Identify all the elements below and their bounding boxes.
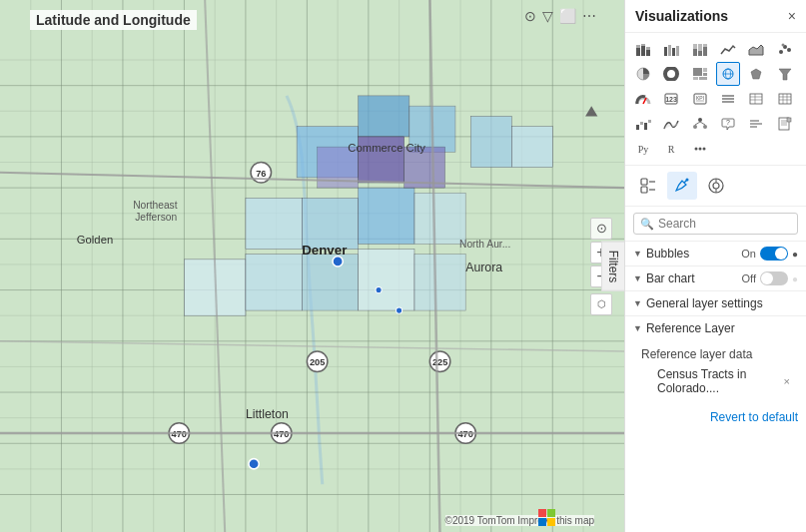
- panel-close-button[interactable]: ×: [788, 8, 796, 24]
- svg-point-134: [698, 118, 702, 122]
- panel-header: Visualizations ×: [625, 0, 806, 33]
- more-options-icon[interactable]: ⋯: [582, 8, 596, 24]
- svg-text:Aurora: Aurora: [465, 261, 502, 274]
- general-layer-chevron: ▼: [633, 298, 642, 308]
- reference-layer-data-label: Reference layer data: [641, 347, 752, 361]
- svg-rect-107: [693, 77, 698, 80]
- revert-section: Revert to default: [625, 404, 806, 430]
- viz-area-chart[interactable]: [744, 37, 768, 61]
- filters-tab[interactable]: Filters: [601, 241, 624, 291]
- compass-icon[interactable]: ⬡: [590, 293, 612, 315]
- svg-rect-147: [787, 118, 791, 122]
- svg-line-137: [695, 122, 700, 125]
- svg-rect-49: [302, 255, 358, 310]
- viz-smart-narrative[interactable]: [744, 112, 768, 136]
- svg-text:Py: Py: [638, 144, 649, 155]
- svg-text:North Aur...: North Aur...: [459, 239, 510, 250]
- viz-ribbon[interactable]: [659, 112, 683, 136]
- viz-slicer[interactable]: [716, 87, 740, 111]
- svg-rect-153: [641, 179, 647, 185]
- viz-map[interactable]: [716, 62, 740, 86]
- bar-chart-section-header[interactable]: ▼ Bar chart Off ●: [625, 266, 806, 290]
- viz-line-chart[interactable]: [716, 37, 740, 61]
- bar-chart-toggle-dot: ●: [792, 273, 798, 284]
- viz-funnel[interactable]: [773, 62, 797, 86]
- svg-rect-130: [636, 125, 639, 130]
- panel-sections: ▼ Bubbles On ● ▼ Bar chart Off ●: [625, 241, 806, 532]
- format-button[interactable]: [667, 172, 697, 200]
- search-box[interactable]: 🔍: [633, 213, 798, 235]
- viz-r[interactable]: R: [659, 137, 683, 161]
- reference-layer-chevron: ▼: [633, 323, 642, 333]
- viz-table[interactable]: [744, 87, 768, 111]
- reference-layer-item: Census Tracts in Colorado.... ×: [641, 364, 798, 398]
- analytics-button[interactable]: [701, 172, 731, 200]
- bubbles-toggle: On ●: [741, 247, 798, 261]
- svg-point-136: [703, 125, 707, 129]
- viz-gauge[interactable]: [631, 87, 655, 111]
- viz-waterfall[interactable]: [631, 112, 655, 136]
- viz-pie[interactable]: [631, 62, 655, 86]
- reference-layer-content: Reference layer data Census Tracts in Co…: [625, 340, 806, 404]
- svg-rect-154: [641, 187, 647, 193]
- viz-decomp[interactable]: [688, 112, 712, 136]
- viz-stacked-bar[interactable]: [631, 37, 655, 61]
- svg-rect-46: [414, 193, 465, 244]
- svg-point-99: [787, 48, 791, 52]
- svg-rect-50: [359, 250, 414, 310]
- viz-qa[interactable]: ?: [716, 112, 740, 136]
- svg-text:123: 123: [665, 96, 677, 103]
- svg-point-135: [693, 125, 697, 129]
- viz-scatter[interactable]: [773, 37, 797, 61]
- viz-bar-clustered[interactable]: [659, 37, 683, 61]
- svg-point-150: [694, 148, 697, 151]
- expand-icon[interactable]: ⬜: [559, 8, 576, 24]
- svg-point-78: [249, 459, 259, 469]
- viz-empty1: [716, 137, 740, 161]
- svg-rect-39: [359, 96, 409, 137]
- svg-rect-85: [646, 47, 650, 50]
- fields-button[interactable]: [633, 172, 663, 200]
- revert-to-default-link[interactable]: Revert to default: [710, 410, 798, 424]
- svg-rect-95: [703, 44, 707, 47]
- viz-100-stacked[interactable]: [688, 37, 712, 61]
- svg-rect-108: [699, 77, 707, 80]
- viz-more[interactable]: [688, 137, 712, 161]
- map-container[interactable]: 76 470 470 470 225 205 Commerce City Nor…: [0, 0, 624, 532]
- map-svg: 76 470 470 470 225 205 Commerce City Nor…: [0, 0, 624, 532]
- svg-rect-133: [648, 120, 651, 123]
- svg-text:225: 225: [432, 357, 447, 367]
- reference-layer-section-header[interactable]: ▼ Reference Layer: [625, 315, 806, 340]
- bubbles-section-header[interactable]: ▼ Bubbles On ●: [625, 241, 806, 266]
- reference-layer-label: Reference Layer: [646, 321, 798, 335]
- viz-treemap[interactable]: [688, 62, 712, 86]
- viz-card[interactable]: 123: [659, 87, 683, 111]
- svg-text:KPI: KPI: [696, 95, 704, 101]
- visualizations-panel: Visualizations ×: [624, 0, 806, 532]
- census-tracts-close-button[interactable]: ×: [784, 375, 790, 387]
- viz-python[interactable]: Py: [631, 137, 655, 161]
- viz-filled-map[interactable]: [744, 62, 768, 86]
- svg-point-103: [668, 71, 674, 77]
- viz-paginated[interactable]: [773, 112, 797, 136]
- svg-text:R: R: [668, 144, 675, 155]
- svg-rect-125: [779, 94, 791, 104]
- bubbles-toggle-switch[interactable]: [760, 247, 788, 261]
- map-title: Latitude and Longitude: [30, 10, 197, 30]
- viz-matrix[interactable]: [773, 87, 797, 111]
- bar-chart-toggle-switch[interactable]: [760, 271, 788, 285]
- viz-donut[interactable]: [659, 62, 683, 86]
- filter-icon[interactable]: ▽: [542, 8, 553, 24]
- bar-chart-chevron: ▼: [633, 273, 642, 283]
- svg-text:Commerce City: Commerce City: [348, 142, 425, 154]
- svg-point-97: [779, 50, 783, 54]
- search-input[interactable]: [658, 217, 806, 231]
- svg-rect-42: [511, 127, 552, 168]
- svg-text:Golden: Golden: [77, 234, 113, 246]
- general-layer-section-header[interactable]: ▼ General layer settings: [625, 290, 806, 315]
- focus-mode-icon[interactable]: ⊙: [524, 8, 536, 24]
- bubbles-toggle-label: On: [741, 248, 756, 260]
- svg-marker-96: [749, 45, 763, 55]
- format-toggle-bar: [625, 166, 806, 207]
- viz-kpi[interactable]: KPI: [688, 87, 712, 111]
